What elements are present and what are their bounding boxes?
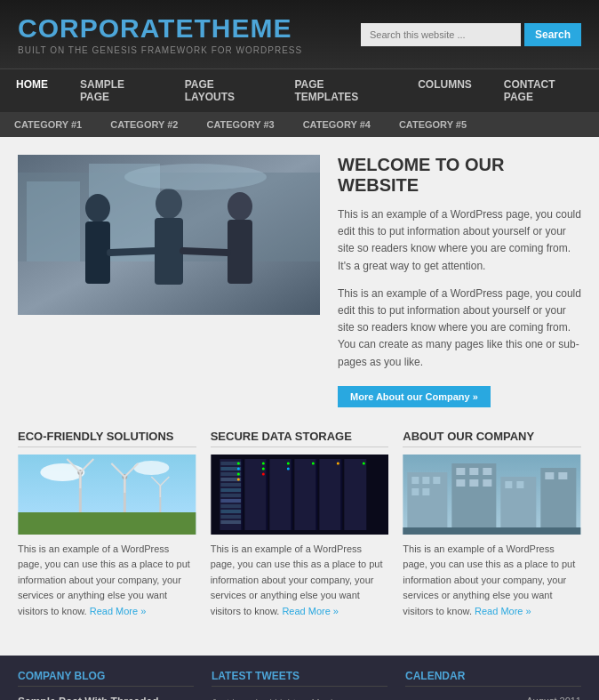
svg-point-60 bbox=[337, 462, 339, 464]
nav-cat-2[interactable]: CATEGORY #2 bbox=[96, 112, 192, 137]
svg-rect-77 bbox=[457, 468, 466, 475]
svg-rect-35 bbox=[294, 459, 316, 530]
svg-point-6 bbox=[156, 189, 182, 219]
svg-rect-87 bbox=[403, 527, 581, 535]
svg-point-8 bbox=[228, 192, 252, 221]
logo-subtitle: BUILT ON THE GENESIS FRAMEWORK FOR WORDP… bbox=[18, 45, 302, 55]
svg-point-59 bbox=[312, 462, 315, 464]
svg-point-58 bbox=[287, 467, 290, 470]
svg-rect-86 bbox=[559, 472, 568, 479]
svg-rect-14 bbox=[18, 512, 196, 535]
svg-point-52 bbox=[237, 472, 240, 475]
nav-primary: HOME SAMPLE PAGE PAGE LAYOUTS PAGE TEMPL… bbox=[0, 68, 599, 112]
welcome-section: WELCOME TO OUR WEBSITE This is an exampl… bbox=[18, 155, 581, 407]
svg-point-55 bbox=[262, 467, 265, 470]
eco-image-svg bbox=[18, 455, 196, 535]
nav-item-contact-page[interactable]: CONTACT PAGE bbox=[488, 69, 599, 112]
svg-rect-73 bbox=[423, 477, 430, 484]
main-content: WELCOME TO OUR WEBSITE This is an exampl… bbox=[0, 137, 599, 656]
col-eco-read-more[interactable]: Read More » bbox=[90, 606, 147, 616]
svg-rect-82 bbox=[483, 479, 492, 487]
search-input[interactable] bbox=[361, 23, 521, 46]
col-eco: ECO-FRIENDLY SOLUTIONS bbox=[18, 430, 196, 620]
svg-rect-80 bbox=[457, 479, 466, 487]
col-eco-text: This is an example of a WordPress page, … bbox=[18, 542, 196, 620]
svg-rect-85 bbox=[546, 472, 555, 479]
server-image-svg bbox=[211, 455, 389, 535]
svg-rect-45 bbox=[220, 499, 241, 503]
svg-rect-79 bbox=[483, 468, 492, 475]
svg-rect-47 bbox=[220, 510, 241, 513]
col-building-title: ABOUT OUR COMPANY bbox=[403, 430, 581, 447]
svg-rect-36 bbox=[319, 459, 341, 530]
col-server-title: SECURE DATA STORAGE bbox=[211, 430, 389, 447]
svg-rect-78 bbox=[470, 468, 479, 475]
svg-rect-72 bbox=[412, 477, 419, 484]
svg-point-12 bbox=[124, 164, 267, 190]
svg-rect-49 bbox=[220, 520, 241, 524]
col-building: ABOUT OUR COMPANY bbox=[403, 430, 581, 620]
tweets-title: LATEST TWEETS bbox=[212, 670, 387, 687]
search-button[interactable]: Search bbox=[524, 23, 581, 46]
welcome-para-2: This is an example of a WordPress page, … bbox=[338, 286, 581, 371]
logo-part1: CORPORATE bbox=[18, 13, 194, 43]
svg-rect-76 bbox=[423, 488, 430, 495]
svg-point-53 bbox=[237, 478, 240, 480]
svg-rect-5 bbox=[85, 221, 110, 284]
svg-point-51 bbox=[237, 467, 240, 470]
nav-item-home[interactable]: HOME bbox=[0, 69, 64, 112]
blog-title: COMPANY BLOG bbox=[18, 670, 194, 687]
header: CORPORATETHEME BUILT ON THE GENESIS FRAM… bbox=[0, 0, 599, 68]
svg-rect-37 bbox=[344, 459, 366, 530]
blog-post-1: Sample Post With Threaded Comments This … bbox=[18, 696, 194, 700]
nav-item-columns[interactable]: COLUMNS bbox=[402, 69, 488, 112]
svg-point-54 bbox=[262, 462, 265, 464]
svg-rect-84 bbox=[517, 481, 524, 488]
svg-point-56 bbox=[262, 472, 265, 475]
welcome-title: WELCOME TO OUR WEBSITE bbox=[338, 155, 581, 196]
nav-cat-5[interactable]: CATEGORY #5 bbox=[385, 112, 481, 137]
svg-rect-9 bbox=[228, 220, 252, 284]
search-area: Search bbox=[361, 23, 581, 46]
welcome-para-1: This is an example of a WordPress page, … bbox=[338, 206, 581, 275]
blog-post-1-title: Sample Post With Threaded Comments bbox=[18, 696, 194, 700]
welcome-text: WELCOME TO OUR WEBSITE This is an exampl… bbox=[338, 155, 581, 407]
blog-column: COMPANY BLOG Sample Post With Threaded C… bbox=[18, 670, 194, 700]
svg-rect-83 bbox=[506, 481, 513, 488]
svg-rect-75 bbox=[412, 488, 419, 495]
col-building-text: This is an example of a WordPress page, … bbox=[403, 542, 581, 620]
svg-point-50 bbox=[237, 462, 240, 464]
nav-item-page-templates[interactable]: PAGE TEMPLATES bbox=[278, 69, 402, 112]
nav-cat-4[interactable]: CATEGORY #4 bbox=[289, 112, 385, 137]
svg-rect-81 bbox=[470, 479, 479, 487]
tweet-1: Just launched Light as Magic, photograph… bbox=[212, 696, 387, 700]
svg-rect-48 bbox=[220, 515, 241, 519]
nav-secondary: CATEGORY #1 CATEGORY #2 CATEGORY #3 CATE… bbox=[0, 112, 599, 137]
svg-point-16 bbox=[133, 461, 169, 475]
svg-point-57 bbox=[287, 462, 290, 464]
welcome-button[interactable]: More About our Company » bbox=[338, 386, 491, 407]
calendar-title: CALENDAR bbox=[405, 670, 581, 687]
logo-area: CORPORATETHEME BUILT ON THE GENESIS FRAM… bbox=[18, 13, 302, 55]
nav-item-sample-page[interactable]: SAMPLE PAGE bbox=[64, 69, 169, 112]
nav-cat-3[interactable]: CATEGORY #3 bbox=[192, 112, 288, 137]
tweets-column: LATEST TWEETS Just launched Light as Mag… bbox=[212, 670, 387, 700]
svg-rect-74 bbox=[434, 477, 441, 484]
nav-cat-1[interactable]: CATEGORY #1 bbox=[0, 112, 96, 137]
svg-point-61 bbox=[363, 462, 365, 464]
col-server-image bbox=[211, 455, 389, 535]
welcome-image bbox=[18, 155, 320, 315]
logo-title: CORPORATETHEME bbox=[18, 13, 302, 44]
col-server-read-more[interactable]: Read More » bbox=[282, 606, 339, 616]
svg-rect-44 bbox=[220, 494, 241, 497]
col-server-text: This is an example of a WordPress page, … bbox=[211, 542, 389, 620]
col-server: SECURE DATA STORAGE bbox=[211, 430, 389, 620]
calendar-column: CALENDAR August 2011 M T W T F S S 67123… bbox=[405, 670, 581, 700]
col-building-image bbox=[403, 455, 581, 535]
bottom-section: COMPANY BLOG Sample Post With Threaded C… bbox=[0, 656, 599, 700]
calendar-month: August 2011 bbox=[405, 696, 581, 700]
svg-line-11 bbox=[183, 251, 228, 253]
col-building-read-more[interactable]: Read More » bbox=[475, 606, 531, 616]
nav-item-page-layouts[interactable]: PAGE LAYOUTS bbox=[169, 69, 279, 112]
col-eco-image bbox=[18, 455, 196, 535]
